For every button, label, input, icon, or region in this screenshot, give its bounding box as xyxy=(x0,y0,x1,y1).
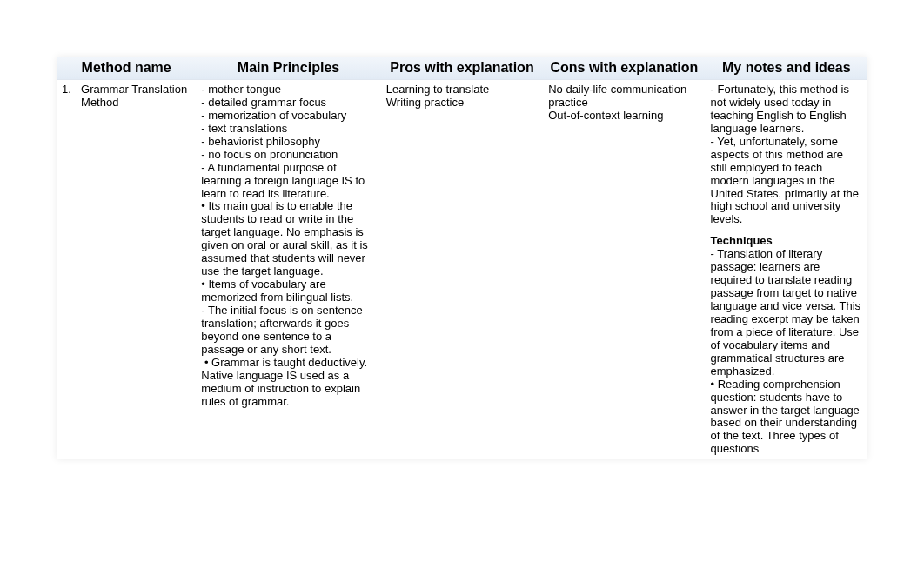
notes-body-text: - Translation of literary passage: learn… xyxy=(711,248,862,456)
header-method: Method name xyxy=(57,57,196,80)
cons-cell: No daily-life communication practice Out… xyxy=(543,80,705,460)
row-number: 1. xyxy=(57,80,76,460)
cons-text: No daily-life communication practice Out… xyxy=(548,84,700,123)
table-row: 1. Grammar Translation Method - mother t… xyxy=(57,80,867,460)
header-notes: My notes and ideas xyxy=(706,57,867,80)
pros-text: Learning to translate Writing practice xyxy=(386,84,538,110)
notes-cell: - Fortunately, this method is not widely… xyxy=(706,80,867,460)
principles-cell: - mother tongue - detailed grammar focus… xyxy=(196,80,380,460)
method-name-cell: Grammar Translation Method xyxy=(76,80,196,460)
method-name-text: Grammar Translation Method xyxy=(81,84,191,110)
notes-heading: Techniques xyxy=(711,235,862,248)
header-principles: Main Principles xyxy=(196,57,380,80)
pros-cell: Learning to translate Writing practice xyxy=(381,80,543,460)
methods-table: Method name Main Principles Pros with ex… xyxy=(57,57,867,459)
header-cons: Cons with explanation xyxy=(543,57,705,80)
header-pros: Pros with explanation xyxy=(381,57,543,80)
principles-text: - mother tongue - detailed grammar focus… xyxy=(201,84,375,408)
document-page: Method name Main Principles Pros with ex… xyxy=(0,0,924,562)
notes-intro-text: - Fortunately, this method is not widely… xyxy=(711,84,862,226)
table-header-row: Method name Main Principles Pros with ex… xyxy=(57,57,867,80)
